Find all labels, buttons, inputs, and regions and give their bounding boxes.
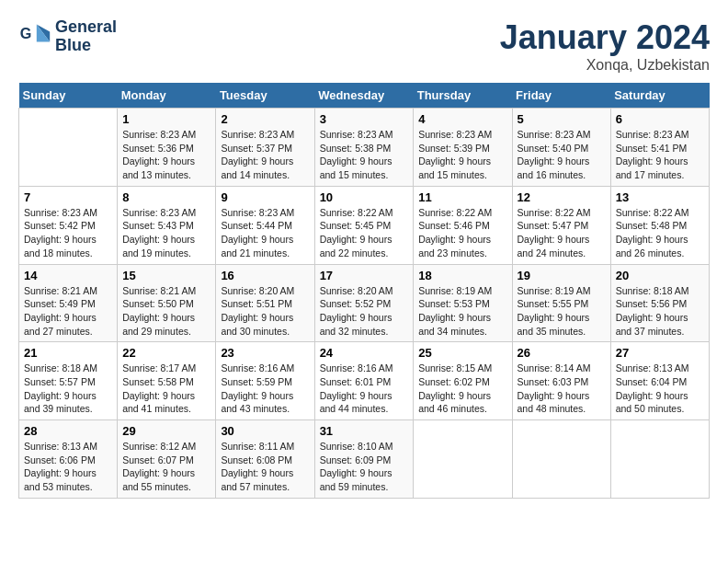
logo-icon: G [18, 20, 51, 53]
day-number: 13 [616, 190, 704, 204]
svg-text:G: G [20, 25, 32, 41]
cell-info: Sunrise: 8:23 AMSunset: 5:39 PMDaylight:… [418, 129, 492, 180]
cell-info: Sunrise: 8:21 AMSunset: 5:49 PMDaylight:… [24, 285, 97, 337]
cell-info: Sunrise: 8:23 AMSunset: 5:44 PMDaylight:… [221, 207, 294, 259]
calendar-cell: 16 Sunrise: 8:20 AMSunset: 5:51 PMDaylig… [216, 264, 314, 342]
calendar-cell: 18 Sunrise: 8:19 AMSunset: 5:53 PMDaylig… [414, 264, 512, 342]
calendar-cell: 2 Sunrise: 8:23 AMSunset: 5:37 PMDayligh… [216, 109, 314, 187]
cell-info: Sunrise: 8:23 AMSunset: 5:38 PMDaylight:… [320, 129, 393, 180]
cell-info: Sunrise: 8:23 AMSunset: 5:42 PMDaylight:… [24, 207, 97, 259]
weekday-header-wednesday: Wednesday [314, 83, 414, 109]
calendar-cell: 28 Sunrise: 8:13 AMSunset: 6:06 PMDaylig… [19, 420, 118, 499]
cell-info: Sunrise: 8:16 AMSunset: 6:01 PMDaylight:… [320, 362, 393, 414]
calendar-week-5: 28 Sunrise: 8:13 AMSunset: 6:06 PMDaylig… [19, 420, 710, 499]
day-number: 30 [221, 424, 309, 438]
page-title: January 2024 [500, 18, 710, 57]
calendar-cell: 10 Sunrise: 8:22 AMSunset: 5:45 PMDaylig… [314, 186, 414, 264]
day-number: 29 [122, 424, 210, 438]
day-number: 24 [320, 346, 409, 360]
calendar-cell [610, 420, 709, 499]
calendar-week-1: 1 Sunrise: 8:23 AMSunset: 5:36 PMDayligh… [19, 109, 710, 187]
calendar-week-2: 7 Sunrise: 8:23 AMSunset: 5:42 PMDayligh… [19, 186, 710, 264]
day-number: 3 [320, 112, 409, 126]
cell-info: Sunrise: 8:23 AMSunset: 5:40 PMDaylight:… [518, 129, 591, 180]
calendar-cell: 29 Sunrise: 8:12 AMSunset: 6:07 PMDaylig… [118, 420, 216, 499]
day-number: 12 [518, 190, 606, 204]
logo-line2: Blue [55, 36, 91, 54]
calendar-cell: 21 Sunrise: 8:18 AMSunset: 5:57 PMDaylig… [19, 342, 118, 420]
cell-info: Sunrise: 8:11 AMSunset: 6:08 PMDaylight:… [221, 441, 294, 492]
logo: G General Blue [18, 18, 117, 55]
calendar-cell: 3 Sunrise: 8:23 AMSunset: 5:38 PMDayligh… [314, 109, 414, 187]
cell-info: Sunrise: 8:13 AMSunset: 6:04 PMDaylight:… [616, 362, 689, 414]
day-number: 2 [221, 112, 309, 126]
calendar-cell: 23 Sunrise: 8:16 AMSunset: 5:59 PMDaylig… [216, 342, 314, 420]
calendar-cell: 15 Sunrise: 8:21 AMSunset: 5:50 PMDaylig… [118, 264, 216, 342]
weekday-header-friday: Friday [512, 83, 610, 109]
cell-info: Sunrise: 8:17 AMSunset: 5:58 PMDaylight:… [122, 362, 196, 414]
cell-info: Sunrise: 8:19 AMSunset: 5:55 PMDaylight:… [518, 285, 591, 337]
calendar-week-4: 21 Sunrise: 8:18 AMSunset: 5:57 PMDaylig… [19, 342, 710, 420]
calendar-cell: 1 Sunrise: 8:23 AMSunset: 5:36 PMDayligh… [118, 109, 216, 187]
day-number: 4 [418, 112, 506, 126]
day-number: 14 [24, 269, 112, 282]
logo-line1: General [55, 17, 117, 36]
calendar-cell: 17 Sunrise: 8:20 AMSunset: 5:52 PMDaylig… [314, 264, 414, 342]
calendar-cell: 20 Sunrise: 8:18 AMSunset: 5:56 PMDaylig… [610, 264, 709, 342]
calendar-cell: 7 Sunrise: 8:23 AMSunset: 5:42 PMDayligh… [19, 186, 118, 264]
cell-info: Sunrise: 8:16 AMSunset: 5:59 PMDaylight:… [221, 362, 294, 414]
cell-info: Sunrise: 8:22 AMSunset: 5:47 PMDaylight:… [518, 207, 591, 259]
day-number: 8 [122, 190, 210, 204]
calendar-cell: 13 Sunrise: 8:22 AMSunset: 5:48 PMDaylig… [610, 186, 709, 264]
day-number: 6 [616, 112, 704, 126]
cell-info: Sunrise: 8:23 AMSunset: 5:43 PMDaylight:… [122, 207, 196, 259]
cell-info: Sunrise: 8:20 AMSunset: 5:51 PMDaylight:… [221, 285, 294, 337]
cell-info: Sunrise: 8:21 AMSunset: 5:50 PMDaylight:… [122, 285, 196, 337]
day-number: 26 [518, 346, 606, 360]
cell-info: Sunrise: 8:22 AMSunset: 5:48 PMDaylight:… [616, 207, 689, 259]
weekday-header-thursday: Thursday [414, 83, 512, 109]
calendar-cell: 24 Sunrise: 8:16 AMSunset: 6:01 PMDaylig… [314, 342, 414, 420]
calendar-cell: 27 Sunrise: 8:13 AMSunset: 6:04 PMDaylig… [610, 342, 709, 420]
day-number: 25 [418, 346, 506, 360]
calendar-cell [512, 420, 610, 499]
day-number: 10 [320, 190, 409, 204]
cell-info: Sunrise: 8:23 AMSunset: 5:37 PMDaylight:… [221, 129, 294, 180]
day-number: 20 [616, 269, 704, 282]
calendar-cell: 5 Sunrise: 8:23 AMSunset: 5:40 PMDayligh… [512, 109, 610, 187]
cell-info: Sunrise: 8:20 AMSunset: 5:52 PMDaylight:… [320, 285, 393, 337]
day-number: 28 [24, 424, 112, 438]
cell-info: Sunrise: 8:18 AMSunset: 5:57 PMDaylight:… [24, 362, 97, 414]
cell-info: Sunrise: 8:22 AMSunset: 5:45 PMDaylight:… [320, 207, 393, 259]
page-header: G General Blue January 2024 Xonqa, Uzbek… [18, 18, 710, 74]
cell-info: Sunrise: 8:18 AMSunset: 5:56 PMDaylight:… [616, 285, 689, 337]
title-block: January 2024 Xonqa, Uzbekistan [500, 18, 710, 74]
day-number: 16 [221, 269, 309, 282]
cell-info: Sunrise: 8:23 AMSunset: 5:41 PMDaylight:… [616, 129, 689, 180]
cell-info: Sunrise: 8:22 AMSunset: 5:46 PMDaylight:… [418, 207, 492, 259]
calendar-cell: 25 Sunrise: 8:15 AMSunset: 6:02 PMDaylig… [414, 342, 512, 420]
cell-info: Sunrise: 8:19 AMSunset: 5:53 PMDaylight:… [418, 285, 492, 337]
day-number: 17 [320, 269, 409, 282]
weekday-header-tuesday: Tuesday [216, 83, 314, 109]
cell-info: Sunrise: 8:12 AMSunset: 6:07 PMDaylight:… [122, 441, 196, 492]
day-number: 5 [518, 112, 606, 126]
calendar-cell: 8 Sunrise: 8:23 AMSunset: 5:43 PMDayligh… [118, 186, 216, 264]
day-number: 27 [616, 346, 704, 360]
day-number: 9 [221, 190, 309, 204]
calendar-cell [414, 420, 512, 499]
day-number: 11 [418, 190, 506, 204]
calendar-cell: 19 Sunrise: 8:19 AMSunset: 5:55 PMDaylig… [512, 264, 610, 342]
calendar-cell: 22 Sunrise: 8:17 AMSunset: 5:58 PMDaylig… [118, 342, 216, 420]
calendar-cell: 31 Sunrise: 8:10 AMSunset: 6:09 PMDaylig… [314, 420, 414, 499]
day-number: 19 [518, 269, 606, 282]
weekday-header-sunday: Sunday [19, 83, 118, 109]
day-number: 23 [221, 346, 309, 360]
page-subtitle: Xonqa, Uzbekistan [500, 57, 710, 74]
calendar-cell: 6 Sunrise: 8:23 AMSunset: 5:41 PMDayligh… [610, 109, 709, 187]
calendar-cell [19, 109, 118, 187]
cell-info: Sunrise: 8:23 AMSunset: 5:36 PMDaylight:… [122, 129, 196, 180]
calendar-cell: 4 Sunrise: 8:23 AMSunset: 5:39 PMDayligh… [414, 109, 512, 187]
logo-text: General Blue [55, 18, 117, 55]
weekday-header-row: SundayMondayTuesdayWednesdayThursdayFrid… [19, 83, 710, 109]
